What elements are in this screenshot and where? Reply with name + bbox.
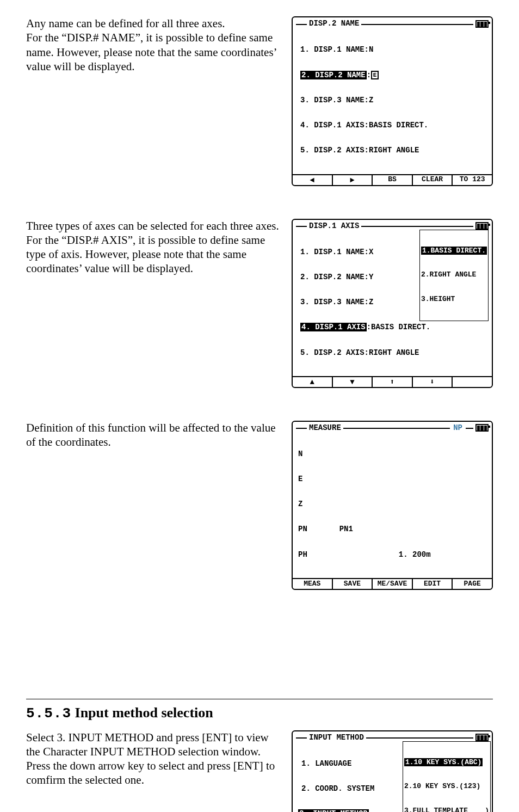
softkey-right-arrow[interactable]: ► — [333, 175, 373, 185]
lcd2-title: DISP.1 AXIS — [307, 222, 361, 230]
menu-10key-123[interactable]: 2.10 KEY SYS.(123) — [404, 783, 489, 791]
paragraph-4: Select 3. INPUT METHOD and press [ENT] t… — [26, 730, 292, 788]
lcd1-line2-selected: 2. DISP.2 NAME — [300, 71, 367, 79]
lcd4-line3-selected: 3. INPUT METHOD — [298, 809, 369, 812]
lcd2-line4-selected: 4. DISP.1 AXIS — [300, 323, 367, 331]
softkey-blank — [453, 377, 492, 387]
softkey-bs[interactable]: BS — [373, 175, 413, 185]
np-indicator: NP — [450, 424, 466, 432]
battery-icon — [475, 20, 489, 28]
softkey-to123[interactable]: TO 123 — [453, 175, 492, 185]
menu-height[interactable]: 3.HEIGHT — [421, 296, 487, 304]
coord-n: N — [298, 450, 486, 458]
lcd2-line5: 5. DISP.2 AXIS:RIGHT ANGLE — [300, 349, 486, 357]
pn-label: PN — [298, 525, 307, 533]
pn-value: PN1 — [339, 525, 353, 533]
lcd1-line1: 1. DISP.1 NAME:N — [300, 46, 486, 54]
softkey-meas[interactable]: MEAS — [293, 579, 333, 589]
paragraph-3: Definition of this function will be affe… — [26, 421, 292, 450]
menu-right-angle[interactable]: 2.RIGHT ANGLE — [421, 271, 487, 279]
input-method-menu-popup: 1.10 KEY SYS.(ABC) 2.10 KEY SYS.(123) 3.… — [403, 741, 491, 812]
coord-e: E — [298, 475, 486, 483]
lcd1-line4: 4. DISP.1 AXIS:BASIS DIRECT. — [300, 121, 486, 130]
softkey-mesave[interactable]: ME/SAVE — [373, 579, 413, 589]
section-divider — [26, 699, 493, 699]
menu-10key-abc[interactable]: 1.10 KEY SYS.(ABC) — [404, 758, 483, 766]
axis-menu-popup: 1.BASIS DIRECT. 2.RIGHT ANGLE 3.HEIGHT — [419, 230, 489, 321]
lcd1-line3: 3. DISP.3 NAME:Z — [300, 96, 486, 104]
lcd-screen-disp1-axis: DISP.1 AXIS 1. DISP.1 NAME:X 2. DISP.2 N… — [292, 219, 493, 388]
lcd3-title: MEASURE — [307, 424, 343, 432]
softkey-save[interactable]: SAVE — [333, 579, 373, 589]
lcd4-title: INPUT METHOD — [307, 734, 366, 742]
section-number: 5.5.3 — [26, 705, 71, 722]
softkey-left-arrow[interactable]: ◄ — [293, 175, 333, 185]
lcd1-line5: 5. DISP.2 AXIS:RIGHT ANGLE — [300, 146, 486, 155]
softkey-edit[interactable]: EDIT — [413, 579, 453, 589]
battery-icon — [475, 734, 489, 741]
section-title: Input method selection — [75, 705, 213, 721]
paragraph-2: Three types of axes can be selected for … — [26, 219, 292, 276]
lcd-screen-measure: MEASURE NP N E Z PN PN1 PH 1. 200m MEAS … — [292, 421, 493, 590]
ph-label: PH — [298, 550, 307, 559]
softkey-up-arrow[interactable]: ⬆ — [373, 377, 413, 387]
battery-icon — [475, 222, 489, 230]
paragraph-1: Any name can be defined for all three ax… — [26, 16, 292, 73]
lcd-screen-input-method: INPUT METHOD 1. LANGUAGE 2. COORD. SYSTE… — [292, 730, 493, 812]
text-cursor: E — [371, 71, 379, 79]
softkey-up-tri[interactable]: ▲ — [293, 377, 333, 387]
battery-icon — [475, 424, 489, 432]
section-heading: 5.5.3 Input method selection — [26, 705, 493, 722]
softkey-page[interactable]: PAGE — [453, 579, 492, 589]
lcd-screen-disp2-name: DISP.2 NAME 1. DISP.1 NAME:N 2. DISP.2 N… — [292, 16, 493, 186]
coord-z: Z — [298, 500, 486, 508]
softkey-down-arrow[interactable]: ⬇ — [413, 377, 453, 387]
lcd1-title: DISP.2 NAME — [307, 20, 361, 28]
menu-basis-direct[interactable]: 1.BASIS DIRECT. — [421, 247, 487, 255]
softkey-clear[interactable]: CLEAR — [413, 175, 453, 185]
menu-full-template[interactable]: 3.FULL TEMPLATE — [404, 807, 468, 812]
softkey-down-tri[interactable]: ▼ — [333, 377, 373, 387]
ph-value: 1. 200m — [399, 550, 431, 559]
